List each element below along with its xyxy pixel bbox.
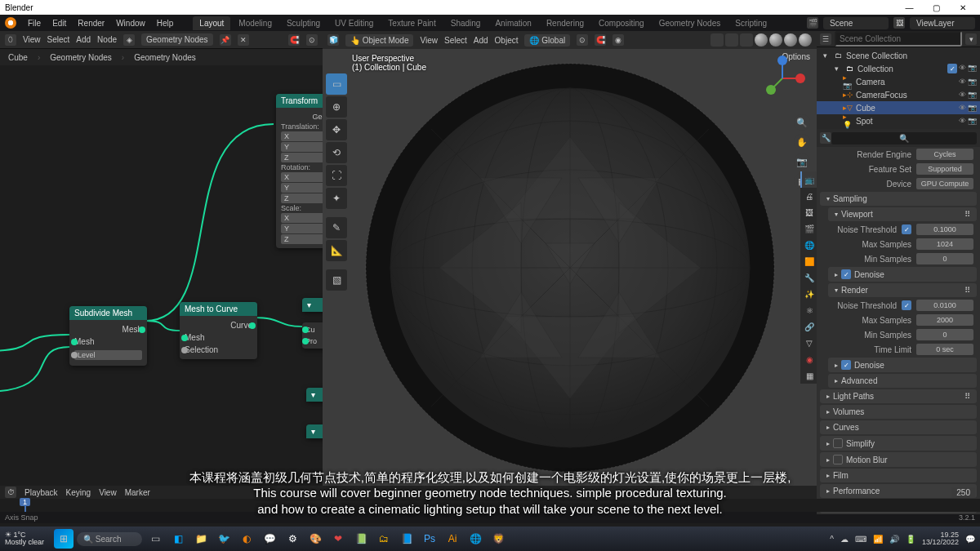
pinned-app-icon[interactable]: ❤ [328, 529, 348, 549]
ptab-object-icon[interactable]: 🟧 [800, 253, 817, 269]
field-z[interactable]: Z [281, 153, 323, 162]
xray-icon[interactable] [740, 33, 753, 47]
snap-icon[interactable]: 🧲 [595, 34, 606, 46]
menu-help[interactable]: Help [157, 19, 174, 28]
editor-type-icon[interactable]: 🧊 [327, 34, 339, 46]
section-advanced[interactable]: ▸Advanced [828, 374, 977, 388]
ptab-output-icon[interactable]: 🖨 [800, 188, 817, 204]
ptab-world-icon[interactable]: 🌐 [800, 237, 817, 253]
min-samples-input[interactable]: 0 [916, 329, 973, 340]
pivot-icon[interactable]: ⊙ [577, 34, 588, 46]
tray-lang-icon[interactable]: ⌨ [855, 535, 866, 544]
pinned-app-icon[interactable]: 🦁 [488, 529, 508, 549]
editor-type-icon[interactable]: 🔧 [820, 132, 831, 144]
start-button[interactable]: ⊞ [54, 529, 74, 549]
overlay-icon[interactable]: ⊙ [306, 34, 318, 46]
pinned-app-icon[interactable]: ◧ [168, 529, 188, 549]
addcube-tool-icon[interactable]: ▧ [326, 269, 347, 291]
scale-tool-icon[interactable]: ⛶ [326, 165, 347, 186]
zoom-icon[interactable]: 🔍 [794, 114, 810, 131]
ptab-material-icon[interactable]: ◉ [800, 351, 817, 367]
crumb-group[interactable]: Geometry Nodes [131, 51, 199, 64]
section-motionblur[interactable]: ▸Motion Blur [820, 452, 977, 467]
ptab-constraint-icon[interactable]: 🔗 [800, 318, 817, 335]
move-tool-icon[interactable]: ✥ [326, 119, 347, 140]
menu-window[interactable]: Window [116, 19, 145, 28]
pinned-app-icon[interactable]: 🎨 [305, 529, 325, 549]
vp-menu-add[interactable]: Add [474, 36, 488, 45]
frame-end-field[interactable]: 250 [951, 487, 975, 498]
noise-threshold-input[interactable]: 0.1000 [916, 224, 973, 235]
pinned-app-icon[interactable]: Ps [420, 529, 439, 549]
pinned-app-icon[interactable]: ◐ [237, 529, 256, 549]
node-menu-add[interactable]: Add [76, 35, 91, 44]
max-samples-input[interactable]: 2000 [916, 314, 973, 326]
outliner-item[interactable]: ▸📷Camera👁📷 [817, 75, 980, 88]
transform-tool-icon[interactable]: ✦ [326, 188, 347, 209]
overlay-toggle-icon[interactable] [725, 33, 738, 47]
select-tool-icon[interactable]: ▭ [326, 73, 347, 95]
tab-layout[interactable]: Layout [193, 16, 230, 30]
field-z[interactable]: Z [281, 193, 323, 203]
tab-compositing[interactable]: Compositing [592, 16, 651, 30]
blender-logo-icon[interactable] [5, 17, 16, 29]
shade-wireframe-icon[interactable] [755, 33, 768, 47]
pinned-app-icon[interactable]: 🌐 [466, 529, 485, 549]
snap-icon[interactable]: 🧲 [288, 34, 300, 46]
tray-volume-icon[interactable]: 🔊 [889, 535, 899, 544]
tl-menu-playback[interactable]: Playback [24, 488, 58, 497]
timeline-cursor[interactable] [24, 499, 26, 512]
section-denoise-vp[interactable]: ▸✓Denoise [828, 267, 977, 282]
cursor-tool-icon[interactable]: ⊕ [326, 96, 347, 118]
section-curves[interactable]: ▸Curves [820, 420, 977, 434]
field-z[interactable]: Z [281, 234, 323, 244]
camera-icon[interactable]: 📷 [794, 153, 810, 170]
node-mesh-to-curve[interactable]: Mesh to Curve Curve Mesh Selection [180, 302, 257, 359]
section-viewport[interactable]: ▾Viewport⠿ [828, 207, 977, 221]
pin-icon[interactable]: 📌 [220, 34, 231, 46]
close-nodegroup-icon[interactable]: ✕ [238, 34, 249, 46]
tab-geonodes[interactable]: Geometry Nodes [653, 16, 728, 30]
node-clipped[interactable]: Cu Pro [302, 322, 323, 349]
tray-wifi-icon[interactable]: 📶 [873, 535, 883, 544]
node-menu-select[interactable]: Select [47, 35, 70, 44]
nodegroup-name[interactable]: Geometry Nodes [141, 33, 213, 46]
feature-set-dropdown[interactable]: Supported [916, 163, 973, 175]
ptab-modifier-icon[interactable]: 🔧 [800, 269, 817, 286]
pinned-app-icon[interactable]: 💬 [260, 529, 279, 549]
nav-gizmo[interactable] [758, 54, 807, 103]
viewlayer-icon[interactable]: 🖼 [893, 17, 905, 29]
section-simplify[interactable]: ▸Simplify [820, 436, 977, 451]
node-subdivide-mesh[interactable]: Subdivide Mesh Mesh Mesh Level [69, 306, 147, 366]
time-limit-input[interactable]: 0 sec [916, 344, 973, 355]
vp-menu-select[interactable]: Select [444, 36, 467, 45]
tl-menu-view[interactable]: View [99, 488, 117, 497]
notifications-icon[interactable]: 💬 [965, 535, 975, 544]
scene-field[interactable]: Scene [823, 17, 889, 29]
node-canvas[interactable]: Subdivide Mesh Mesh Mesh Level Mesh to C… [0, 65, 323, 486]
editor-type-icon[interactable]: ⏱ [5, 487, 16, 498]
editor-type-icon[interactable]: ☰ [820, 33, 831, 45]
node-transform[interactable]: Transform Geometry Translation: X Y Z Ro… [276, 94, 323, 248]
viewport-body[interactable]: Options User Perspective (1) Collection … [323, 49, 817, 486]
min-samples-input[interactable]: 0 [916, 253, 973, 264]
gizmo-toggle-icon[interactable] [710, 33, 724, 47]
section-sampling[interactable]: ▾Sampling [820, 192, 977, 206]
pinned-app-icon[interactable]: 🐦 [214, 529, 234, 549]
orient-dropdown[interactable]: 🌐 Global [524, 34, 570, 47]
mode-dropdown[interactable]: 👆 Object Mode [345, 34, 413, 47]
menu-file[interactable]: File [28, 19, 41, 28]
editor-type-icon[interactable]: ⬯ [5, 34, 16, 46]
section-render[interactable]: ▾Render⠿ [828, 283, 977, 297]
tab-uv[interactable]: UV Editing [328, 16, 380, 30]
proportional-icon[interactable]: ◉ [612, 34, 624, 46]
tl-menu-marker[interactable]: Marker [125, 488, 150, 497]
timeline-track[interactable] [0, 499, 980, 512]
shade-solid-icon[interactable] [769, 33, 782, 47]
filter-icon[interactable]: ▾ [965, 33, 977, 45]
section-denoise-rd[interactable]: ▸✓Denoise [828, 358, 977, 372]
field-y[interactable]: Y [281, 142, 323, 152]
ptab-particle-icon[interactable]: ✨ [800, 286, 817, 302]
ptab-render-icon[interactable]: 📺 [800, 171, 817, 188]
noise-threshold-input[interactable]: 0.0100 [916, 300, 973, 311]
